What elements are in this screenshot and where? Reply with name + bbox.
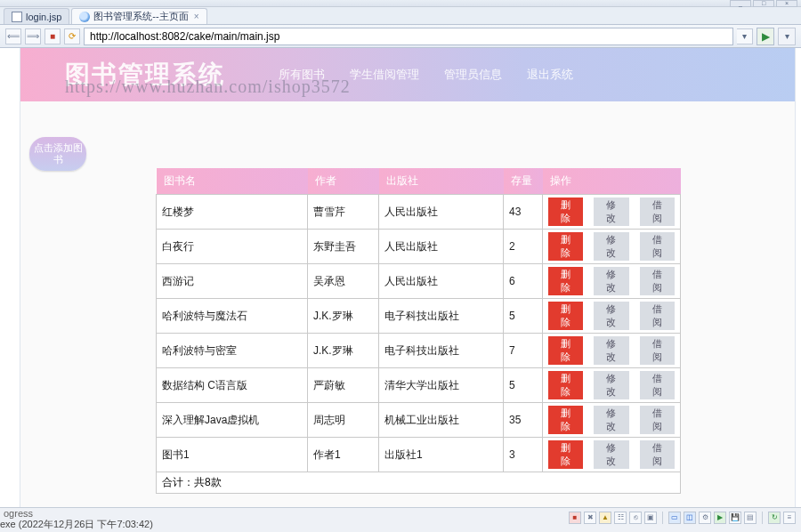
cell-publisher: 机械工业出版社 — [379, 403, 504, 438]
tray-page-icon[interactable]: ▤ — [744, 512, 756, 524]
tray-align-icon[interactable]: ≡ — [783, 512, 796, 524]
borrow-button[interactable]: 借阅 — [640, 197, 675, 226]
address-bar-row: ▾ — [0, 25, 801, 48]
cell-name: 红楼梦 — [157, 195, 308, 230]
delete-button[interactable]: 删除 — [548, 197, 583, 226]
tray-tree-icon[interactable]: ☷ — [614, 512, 627, 524]
go-button[interactable] — [756, 28, 774, 45]
nav-admin-info[interactable]: 管理员信息 — [444, 67, 502, 83]
tab-login[interactable]: login.jsp — [4, 8, 69, 24]
edit-button[interactable]: 修改 — [594, 336, 628, 365]
address-input[interactable] — [84, 28, 733, 45]
edit-button[interactable]: 修改 — [594, 440, 628, 469]
tray-window-icon[interactable]: ◫ — [684, 512, 696, 524]
tab-main[interactable]: 图书管理系统--主页面 × — [71, 8, 206, 24]
back-button[interactable] — [5, 28, 21, 44]
table-row: 哈利波特与魔法石J.K.罗琳电子科技出版社5删除修改借阅 — [157, 299, 681, 334]
browser-menu-button[interactable] — [778, 28, 796, 45]
reload-button[interactable] — [64, 28, 80, 44]
cell-stock: 5 — [504, 299, 543, 334]
window-close-button[interactable]: × — [776, 0, 797, 7]
col-publisher: 出版社 — [379, 168, 504, 195]
col-stock: 存量 — [504, 168, 543, 195]
tray-link-icon[interactable]: ⎋ — [629, 512, 642, 524]
edit-button[interactable]: 修改 — [594, 197, 628, 226]
status-timestamp: exe (2022年12月26日 下午7:03:42) — [0, 518, 153, 531]
cell-name: 哈利波特与魔法石 — [157, 299, 308, 334]
hero-banner: 图书管理系统 所有图书 学生借阅管理 管理员信息 退出系统 https://ww… — [20, 48, 795, 101]
cell-author: 曹雪芹 — [308, 195, 379, 230]
borrow-button[interactable]: 借阅 — [640, 371, 675, 399]
stop-button[interactable] — [44, 28, 61, 44]
cell-author: 周志明 — [308, 403, 379, 438]
cell-name: 图书1 — [157, 438, 308, 472]
books-table-wrap: 图书名 作者 出版社 存量 操作 红楼梦曹雪芹人民出版社43删除修改借阅白夜行东… — [156, 168, 681, 494]
address-dropdown[interactable]: ▾ — [737, 28, 753, 44]
window-maximize-button[interactable]: □ — [753, 0, 774, 7]
books-table: 图书名 作者 出版社 存量 操作 红楼梦曹雪芹人民出版社43删除修改借阅白夜行东… — [156, 168, 681, 494]
cell-stock: 6 — [504, 264, 543, 299]
cell-publisher: 电子科技出版社 — [379, 299, 504, 334]
edit-button[interactable]: 修改 — [594, 371, 628, 399]
borrow-button[interactable]: 借阅 — [640, 267, 675, 295]
cell-publisher: 人民出版社 — [379, 195, 504, 230]
borrow-button[interactable]: 借阅 — [640, 336, 675, 365]
col-name: 图书名 — [157, 168, 308, 195]
window-minimize-button[interactable]: _ — [730, 0, 751, 7]
tray-stop-icon[interactable]: ■ — [569, 512, 581, 524]
hero-nav: 所有图书 学生借阅管理 管理员信息 退出系统 — [279, 67, 573, 83]
globe-icon — [79, 12, 90, 22]
tray-remove-icon[interactable]: ✖ — [584, 512, 596, 524]
cell-publisher: 电子科技出版社 — [379, 334, 504, 368]
tray-icons: ■ ✖ ▲ ☷ ⎋ ▣ ▭ ◫ ⚙ ▶ 💾 ▤ ↻ ≡ — [569, 512, 796, 524]
cell-author: 严蔚敏 — [308, 368, 379, 403]
forward-button[interactable] — [25, 28, 41, 44]
tray-sync-icon[interactable]: ↻ — [768, 512, 781, 524]
table-row: 西游记吴承恩人民出版社6删除修改借阅 — [157, 264, 681, 299]
cell-publisher: 人民出版社 — [379, 230, 504, 264]
edit-button[interactable]: 修改 — [594, 406, 628, 434]
borrow-button[interactable]: 借阅 — [640, 406, 675, 434]
cell-author: 作者1 — [308, 438, 379, 472]
nav-logout[interactable]: 退出系统 — [527, 67, 573, 83]
tray-doc-icon[interactable]: ▣ — [644, 512, 657, 524]
cell-ops: 删除修改借阅 — [543, 368, 681, 403]
cell-stock: 7 — [504, 334, 543, 368]
tray-warning-icon[interactable]: ▲ — [599, 512, 611, 524]
col-ops: 操作 — [543, 168, 681, 195]
table-row: 图书1作者1出版社13删除修改借阅 — [157, 438, 681, 472]
cell-name: 哈利波特与密室 — [157, 334, 308, 368]
cell-stock: 2 — [504, 230, 543, 264]
borrow-button[interactable]: 借阅 — [640, 232, 675, 261]
edit-button[interactable]: 修改 — [594, 267, 628, 295]
delete-button[interactable]: 删除 — [548, 406, 583, 434]
cell-stock: 43 — [504, 195, 543, 230]
add-book-button[interactable]: 点击添加图书 — [29, 137, 86, 171]
delete-button[interactable]: 删除 — [548, 336, 583, 365]
cell-publisher: 人民出版社 — [379, 264, 504, 299]
edit-button[interactable]: 修改 — [594, 232, 628, 261]
delete-button[interactable]: 删除 — [548, 302, 583, 330]
tray-play-icon[interactable]: ▶ — [714, 512, 726, 524]
cell-stock: 5 — [504, 368, 543, 403]
delete-button[interactable]: 删除 — [548, 267, 583, 295]
nav-borrow-mgmt[interactable]: 学生借阅管理 — [350, 67, 419, 83]
tray-screen-icon[interactable]: ▭ — [668, 512, 681, 524]
tray-save-icon[interactable]: 💾 — [729, 512, 741, 524]
cell-ops: 删除修改借阅 — [543, 334, 681, 368]
cell-ops: 删除修改借阅 — [543, 264, 681, 299]
delete-button[interactable]: 删除 — [548, 440, 583, 469]
cell-author: J.K.罗琳 — [308, 334, 379, 368]
edit-button[interactable]: 修改 — [594, 302, 628, 330]
borrow-button[interactable]: 借阅 — [640, 440, 675, 469]
tray-gear-icon[interactable]: ⚙ — [699, 512, 711, 524]
borrow-button[interactable]: 借阅 — [640, 302, 675, 330]
close-icon[interactable]: × — [194, 12, 199, 21]
delete-button[interactable]: 删除 — [548, 371, 583, 399]
delete-button[interactable]: 删除 — [548, 232, 583, 261]
table-row: 数据结构 C语言版严蔚敏清华大学出版社5删除修改借阅 — [157, 368, 681, 403]
cell-stock: 3 — [504, 438, 543, 472]
nav-all-books[interactable]: 所有图书 — [279, 67, 325, 83]
window-title-bar: _ □ × — [0, 0, 801, 7]
site-title: 图书管理系统 — [65, 58, 225, 92]
